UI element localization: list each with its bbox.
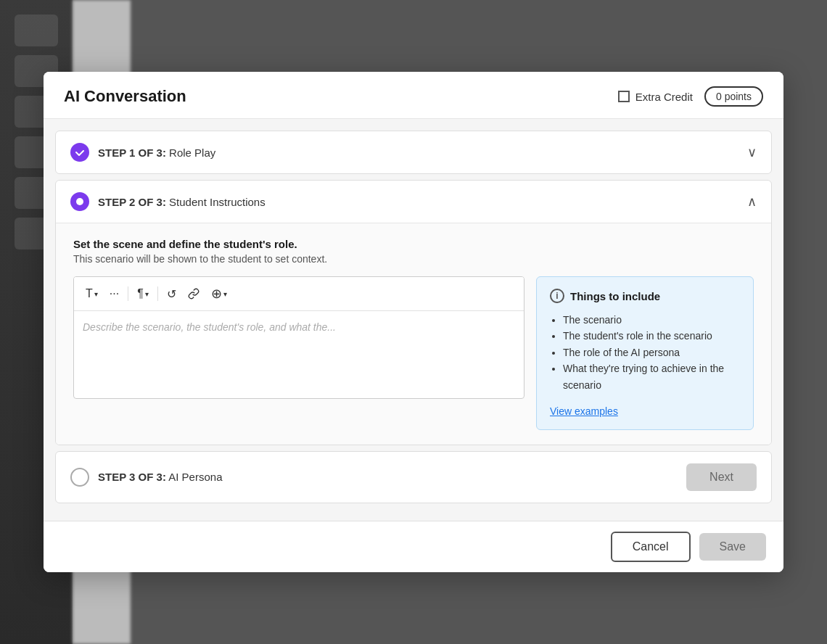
- step1-label-text: Role Play: [166, 146, 215, 159]
- info-icon: i: [550, 289, 564, 303]
- modal-footer: Cancel Save: [44, 521, 783, 572]
- step1-label: STEP 1 OF 3: Role Play: [98, 146, 215, 159]
- step1-label-bold: STEP 1 OF 3:: [98, 146, 166, 159]
- step3-inactive-icon: [70, 468, 89, 487]
- modal-dialog: AI Conversation Extra Credit 0 points: [44, 72, 783, 572]
- editor-body[interactable]: Describe the scenario, the student's rol…: [74, 311, 524, 398]
- step1-complete-icon: [70, 143, 89, 162]
- step3-label: STEP 3 OF 3: AI Persona: [98, 471, 222, 483]
- hint-box: i Things to include The scenario The stu…: [536, 276, 754, 430]
- modal-overlay: AI Conversation Extra Credit 0 points: [0, 0, 827, 644]
- step3-label-bold: STEP 3 OF 3:: [98, 471, 166, 483]
- cancel-button[interactable]: Cancel: [611, 532, 691, 562]
- step3-left: STEP 3 OF 3: AI Persona: [70, 468, 222, 487]
- hint-title: i Things to include: [550, 289, 740, 303]
- step1-header[interactable]: STEP 1 OF 3: Role Play ∨: [56, 131, 771, 173]
- step2-subdescription: This scenario will be shown to the stude…: [73, 253, 754, 265]
- toolbar-divider-1: [128, 286, 128, 301]
- hint-item-2: The student's role in the scenario: [563, 328, 740, 344]
- editor-container: T ▾ ··· ¶ ▾ ↺: [73, 276, 524, 399]
- step1-chevron-down-icon: ∨: [747, 144, 757, 160]
- step2-header[interactable]: STEP 2 OF 3: Student Instructions ∧: [56, 181, 771, 223]
- step2-label-bold: STEP 2 OF 3:: [98, 196, 166, 208]
- step2-card: STEP 2 OF 3: Student Instructions ∧ Set …: [55, 180, 772, 445]
- step2-label-text: Student Instructions: [166, 196, 266, 208]
- step2-active-icon: [70, 192, 89, 211]
- points-badge: 0 points: [704, 86, 763, 107]
- step3-row: STEP 3 OF 3: AI Persona Next: [70, 463, 757, 491]
- toolbar-add-btn[interactable]: ⊕▾: [207, 283, 231, 305]
- step1-left: STEP 1 OF 3: Role Play: [70, 143, 215, 162]
- toolbar-more-btn[interactable]: ···: [105, 284, 123, 303]
- editor-hint-row: T ▾ ··· ¶ ▾ ↺: [73, 276, 754, 430]
- step3-label-text: AI Persona: [166, 471, 223, 483]
- save-button[interactable]: Save: [699, 533, 766, 561]
- step2-chevron-up-icon: ∧: [747, 194, 757, 210]
- editor-toolbar: T ▾ ··· ¶ ▾ ↺: [74, 277, 524, 311]
- extra-credit-label[interactable]: Extra Credit: [618, 91, 693, 103]
- hint-item-1: The scenario: [563, 312, 740, 328]
- step3-card: STEP 3 OF 3: AI Persona Next: [55, 451, 772, 503]
- toolbar-divider-2: [157, 286, 158, 301]
- step2-label: STEP 2 OF 3: Student Instructions: [98, 196, 266, 208]
- toolbar-link-btn[interactable]: [184, 285, 204, 302]
- hint-list: The scenario The student's role in the s…: [550, 312, 740, 393]
- modal-title: AI Conversation: [64, 87, 186, 106]
- step2-left: STEP 2 OF 3: Student Instructions: [70, 192, 266, 211]
- view-examples-link[interactable]: View examples: [550, 405, 618, 417]
- toolbar-undo-btn[interactable]: ↺: [162, 284, 181, 304]
- modal-body: STEP 1 OF 3: Role Play ∨ STEP 2 OF 3: St…: [44, 119, 783, 521]
- step1-card: STEP 1 OF 3: Role Play ∨: [55, 131, 772, 174]
- hint-item-3: The role of the AI persona: [563, 344, 740, 360]
- toolbar-text-btn[interactable]: T ▾: [81, 284, 102, 303]
- hint-title-text: Things to include: [570, 290, 660, 302]
- extra-credit-text: Extra Credit: [635, 91, 693, 103]
- editor-placeholder: Describe the scenario, the student's rol…: [83, 321, 336, 333]
- step3-header[interactable]: STEP 3 OF 3: AI Persona Next: [56, 452, 771, 503]
- next-button[interactable]: Next: [686, 463, 757, 491]
- header-right: Extra Credit 0 points: [618, 86, 763, 107]
- step2-description: Set the scene and define the student's r…: [73, 238, 754, 250]
- toolbar-paragraph-btn[interactable]: ¶ ▾: [133, 284, 153, 303]
- step2-content: Set the scene and define the student's r…: [56, 223, 771, 445]
- modal-header: AI Conversation Extra Credit 0 points: [44, 72, 783, 119]
- extra-credit-checkbox[interactable]: [618, 91, 630, 102]
- hint-item-4: What they're trying to achieve in the sc…: [563, 360, 740, 393]
